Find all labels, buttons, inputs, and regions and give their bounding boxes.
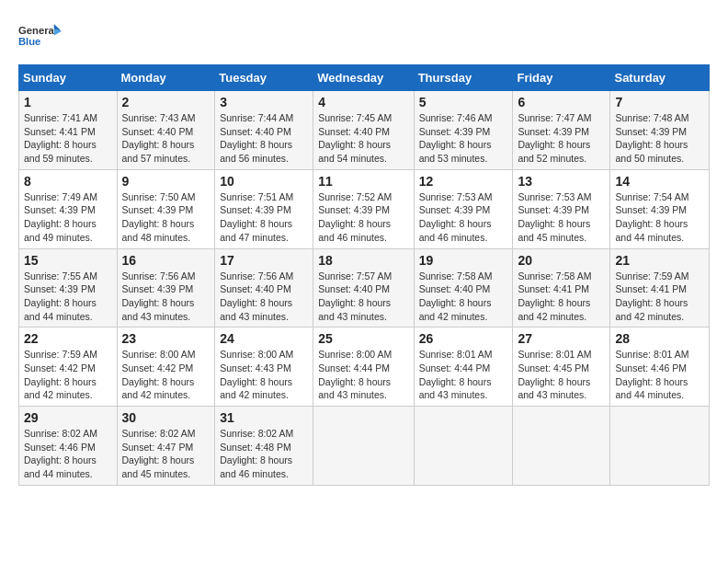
svg-text:General: General — [18, 25, 57, 36]
calendar-cell: 1 Sunrise: 7:41 AMSunset: 4:41 PMDayligh… — [19, 91, 118, 170]
calendar-cell: 22 Sunrise: 7:59 AMSunset: 4:42 PMDaylig… — [19, 327, 118, 407]
day-number: 10 — [220, 174, 308, 189]
day-info: Sunrise: 7:48 AMSunset: 4:39 PMDaylight:… — [615, 111, 704, 166]
day-number: 24 — [220, 331, 308, 346]
calendar-cell: 28 Sunrise: 8:01 AMSunset: 4:46 PMDaylig… — [610, 327, 710, 407]
calendar-week-row: 15 Sunrise: 7:55 AMSunset: 4:39 PMDaylig… — [19, 248, 710, 327]
calendar-cell: 29 Sunrise: 8:02 AMSunset: 4:46 PMDaylig… — [19, 407, 118, 486]
day-number: 25 — [318, 331, 408, 346]
calendar-week-row: 22 Sunrise: 7:59 AMSunset: 4:42 PMDaylig… — [19, 327, 710, 407]
day-number: 29 — [24, 410, 112, 425]
calendar-cell: 14 Sunrise: 7:54 AMSunset: 4:39 PMDaylig… — [610, 169, 710, 248]
day-number: 5 — [419, 95, 508, 109]
calendar-cell: 23 Sunrise: 8:00 AMSunset: 4:42 PMDaylig… — [117, 327, 215, 407]
weekday-header: Thursday — [414, 65, 513, 91]
day-info: Sunrise: 8:02 AMSunset: 4:47 PMDaylight:… — [122, 427, 210, 481]
calendar-week-row: 8 Sunrise: 7:49 AMSunset: 4:39 PMDayligh… — [19, 169, 710, 248]
day-number: 14 — [615, 174, 704, 189]
day-info: Sunrise: 7:58 AMSunset: 4:40 PMDaylight:… — [419, 270, 508, 324]
day-number: 18 — [318, 253, 408, 268]
calendar-cell: 20 Sunrise: 7:58 AMSunset: 4:41 PMDaylig… — [513, 248, 610, 327]
day-number: 15 — [24, 253, 112, 268]
calendar-week-row: 29 Sunrise: 8:02 AMSunset: 4:46 PMDaylig… — [19, 407, 710, 486]
logo: General Blue — [18, 18, 64, 55]
day-info: Sunrise: 8:01 AMSunset: 4:46 PMDaylight:… — [615, 348, 704, 402]
day-info: Sunrise: 7:59 AMSunset: 4:41 PMDaylight:… — [615, 270, 704, 324]
weekday-header: Tuesday — [215, 65, 313, 91]
day-info: Sunrise: 8:00 AMSunset: 4:43 PMDaylight:… — [220, 348, 308, 402]
day-info: Sunrise: 8:01 AMSunset: 4:45 PMDaylight:… — [518, 348, 605, 402]
calendar-cell: 24 Sunrise: 8:00 AMSunset: 4:43 PMDaylig… — [215, 327, 313, 407]
calendar-cell: 31 Sunrise: 8:02 AMSunset: 4:48 PMDaylig… — [215, 407, 313, 486]
day-number: 13 — [518, 174, 605, 189]
weekday-header: Wednesday — [313, 65, 414, 91]
calendar-cell: 15 Sunrise: 7:55 AMSunset: 4:39 PMDaylig… — [19, 248, 118, 327]
day-number: 20 — [518, 253, 605, 268]
calendar-cell: 13 Sunrise: 7:53 AMSunset: 4:39 PMDaylig… — [513, 169, 610, 248]
day-number: 2 — [122, 95, 210, 109]
day-number: 7 — [615, 95, 704, 109]
calendar-cell — [610, 407, 710, 486]
weekday-header: Monday — [117, 65, 215, 91]
calendar-cell: 26 Sunrise: 8:01 AMSunset: 4:44 PMDaylig… — [414, 327, 513, 407]
day-info: Sunrise: 8:02 AMSunset: 4:48 PMDaylight:… — [220, 427, 308, 481]
day-number: 21 — [615, 253, 704, 268]
calendar-cell: 8 Sunrise: 7:49 AMSunset: 4:39 PMDayligh… — [19, 169, 118, 248]
day-info: Sunrise: 7:56 AMSunset: 4:39 PMDaylight:… — [122, 270, 210, 324]
calendar-cell: 16 Sunrise: 7:56 AMSunset: 4:39 PMDaylig… — [117, 248, 215, 327]
weekday-header-row: SundayMondayTuesdayWednesdayThursdayFrid… — [19, 65, 710, 91]
day-number: 30 — [122, 410, 210, 425]
day-number: 23 — [122, 331, 210, 346]
day-number: 8 — [24, 174, 112, 189]
calendar-cell: 9 Sunrise: 7:50 AMSunset: 4:39 PMDayligh… — [117, 169, 215, 248]
svg-text:Blue: Blue — [18, 36, 40, 47]
calendar-cell: 3 Sunrise: 7:44 AMSunset: 4:40 PMDayligh… — [215, 91, 313, 170]
calendar-cell: 12 Sunrise: 7:53 AMSunset: 4:39 PMDaylig… — [414, 169, 513, 248]
day-number: 11 — [318, 174, 408, 189]
day-info: Sunrise: 8:00 AMSunset: 4:44 PMDaylight:… — [318, 348, 408, 402]
day-info: Sunrise: 7:46 AMSunset: 4:39 PMDaylight:… — [419, 111, 508, 166]
day-info: Sunrise: 7:53 AMSunset: 4:39 PMDaylight:… — [419, 190, 508, 245]
day-number: 12 — [419, 174, 508, 189]
calendar-cell: 21 Sunrise: 7:59 AMSunset: 4:41 PMDaylig… — [610, 248, 710, 327]
day-info: Sunrise: 7:51 AMSunset: 4:39 PMDaylight:… — [220, 190, 308, 245]
day-info: Sunrise: 7:53 AMSunset: 4:39 PMDaylight:… — [518, 190, 605, 245]
calendar-cell: 11 Sunrise: 7:52 AMSunset: 4:39 PMDaylig… — [313, 169, 414, 248]
calendar-cell: 6 Sunrise: 7:47 AMSunset: 4:39 PMDayligh… — [513, 91, 610, 170]
calendar-cell — [313, 407, 414, 486]
day-info: Sunrise: 7:54 AMSunset: 4:39 PMDaylight:… — [615, 190, 704, 245]
calendar-cell: 2 Sunrise: 7:43 AMSunset: 4:40 PMDayligh… — [117, 91, 215, 170]
day-info: Sunrise: 7:45 AMSunset: 4:40 PMDaylight:… — [318, 111, 408, 166]
calendar-cell: 18 Sunrise: 7:57 AMSunset: 4:40 PMDaylig… — [313, 248, 414, 327]
calendar-cell — [414, 407, 513, 486]
day-info: Sunrise: 7:50 AMSunset: 4:39 PMDaylight:… — [122, 190, 210, 245]
calendar-cell: 19 Sunrise: 7:58 AMSunset: 4:40 PMDaylig… — [414, 248, 513, 327]
day-number: 27 — [518, 331, 605, 346]
day-number: 9 — [122, 174, 210, 189]
day-number: 31 — [220, 410, 308, 425]
day-info: Sunrise: 7:55 AMSunset: 4:39 PMDaylight:… — [24, 270, 112, 324]
day-info: Sunrise: 8:02 AMSunset: 4:46 PMDaylight:… — [24, 427, 112, 481]
calendar-cell: 5 Sunrise: 7:46 AMSunset: 4:39 PMDayligh… — [414, 91, 513, 170]
calendar-cell: 25 Sunrise: 8:00 AMSunset: 4:44 PMDaylig… — [313, 327, 414, 407]
day-number: 16 — [122, 253, 210, 268]
day-info: Sunrise: 7:59 AMSunset: 4:42 PMDaylight:… — [24, 348, 112, 402]
page-header: General Blue — [18, 18, 710, 55]
day-info: Sunrise: 7:57 AMSunset: 4:40 PMDaylight:… — [318, 270, 408, 324]
day-number: 1 — [24, 95, 112, 109]
day-info: Sunrise: 7:52 AMSunset: 4:39 PMDaylight:… — [318, 190, 408, 245]
day-info: Sunrise: 7:47 AMSunset: 4:39 PMDaylight:… — [518, 111, 605, 166]
calendar-cell: 7 Sunrise: 7:48 AMSunset: 4:39 PMDayligh… — [610, 91, 710, 170]
calendar-table: SundayMondayTuesdayWednesdayThursdayFrid… — [18, 64, 710, 486]
day-info: Sunrise: 7:41 AMSunset: 4:41 PMDaylight:… — [24, 111, 112, 166]
calendar-cell — [513, 407, 610, 486]
calendar-cell: 4 Sunrise: 7:45 AMSunset: 4:40 PMDayligh… — [313, 91, 414, 170]
day-number: 6 — [518, 95, 605, 109]
day-info: Sunrise: 7:56 AMSunset: 4:40 PMDaylight:… — [220, 270, 308, 324]
day-info: Sunrise: 8:00 AMSunset: 4:42 PMDaylight:… — [122, 348, 210, 402]
day-info: Sunrise: 7:58 AMSunset: 4:41 PMDaylight:… — [518, 270, 605, 324]
calendar-cell: 30 Sunrise: 8:02 AMSunset: 4:47 PMDaylig… — [117, 407, 215, 486]
day-info: Sunrise: 7:44 AMSunset: 4:40 PMDaylight:… — [220, 111, 308, 166]
weekday-header: Sunday — [19, 65, 118, 91]
calendar-cell: 27 Sunrise: 8:01 AMSunset: 4:45 PMDaylig… — [513, 327, 610, 407]
